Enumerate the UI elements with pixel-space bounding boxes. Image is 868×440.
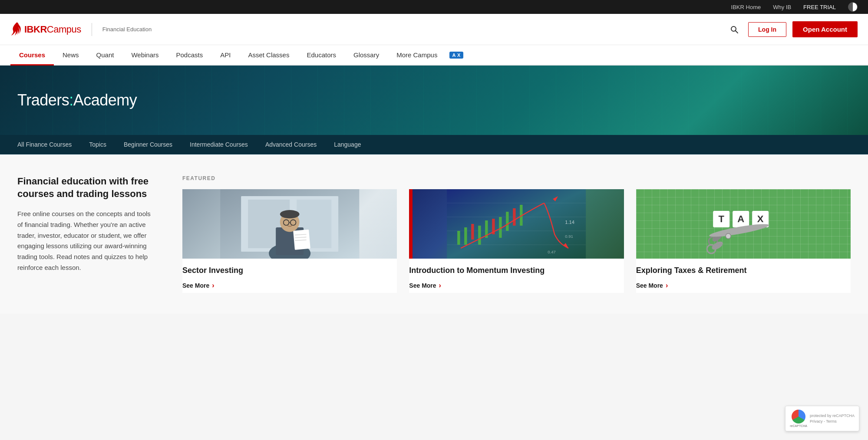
theme-toggle-button[interactable] xyxy=(848,2,858,12)
svg-text:T: T xyxy=(718,213,724,224)
svg-rect-14 xyxy=(293,230,310,250)
intro-body: Free online courses on the concepts and … xyxy=(17,209,156,273)
card-body-momentum: Introduction to Momentum Investing See M… xyxy=(409,259,624,293)
main-navigation: Courses News Quant Webinars Podcasts API… xyxy=(0,45,868,66)
subnav-advanced-courses[interactable]: Advanced Courses xyxy=(257,135,325,154)
nav-item-podcasts[interactable]: Podcasts xyxy=(168,45,212,65)
intro-column: Financial education with free courses an… xyxy=(17,175,156,293)
course-card-sector-investing[interactable]: Sector Investing See More › xyxy=(182,189,397,293)
why-ib-link[interactable]: Why IB xyxy=(773,4,791,10)
svg-rect-30 xyxy=(506,212,508,231)
logo-area: IBKRCampus Financial Education xyxy=(10,22,726,37)
svg-point-10 xyxy=(280,210,300,218)
tax-scissors-image: T A X xyxy=(636,189,851,259)
svg-rect-24 xyxy=(464,227,467,245)
featured-label: FEATURED xyxy=(182,175,851,181)
svg-rect-26 xyxy=(478,226,481,245)
card-image-momentum: 1.14 0.91 0.47 xyxy=(409,189,624,259)
main-content: Financial education with free courses an… xyxy=(0,154,868,314)
hero-title-separator: : xyxy=(69,91,73,109)
courses-subnav: All Finance Courses Topics Beginner Cour… xyxy=(0,135,868,154)
ibkr-home-link[interactable]: IBKR Home xyxy=(731,4,761,10)
svg-text:X: X xyxy=(757,213,763,224)
intro-headline: Financial education with free courses an… xyxy=(17,175,156,200)
hero-banner: Traders:Academy xyxy=(0,66,868,135)
hero-title-bold: Traders xyxy=(17,91,69,109)
subnav-beginner-courses[interactable]: Beginner Courses xyxy=(115,135,181,154)
open-account-button[interactable]: Open Account xyxy=(792,21,858,37)
ibkr-logo[interactable]: IBKRCampus xyxy=(10,22,81,37)
momentum-investing-see-more[interactable]: See More › xyxy=(409,282,624,289)
svg-rect-23 xyxy=(457,231,460,245)
chevron-right-icon: › xyxy=(439,282,441,289)
card-body-sector: Sector Investing See More › xyxy=(182,259,397,293)
taxes-retirement-see-more[interactable]: See More › xyxy=(636,282,851,289)
sector-investing-image xyxy=(182,189,397,259)
login-button[interactable]: Log In xyxy=(748,22,786,37)
svg-line-1 xyxy=(736,30,738,33)
featured-cards: Sector Investing See More › xyxy=(182,189,851,293)
card-image-sector xyxy=(182,189,397,259)
subnav-all-finance-courses[interactable]: All Finance Courses xyxy=(17,135,80,154)
nav-item-more-campus[interactable]: More Campus xyxy=(388,45,446,65)
logo-divider xyxy=(92,23,92,36)
nav-item-courses[interactable]: Courses xyxy=(10,45,54,65)
nav-item-quant[interactable]: Quant xyxy=(88,45,123,65)
nav-item-news[interactable]: News xyxy=(54,45,88,65)
nav-item-api[interactable]: API xyxy=(211,45,239,65)
search-button[interactable] xyxy=(726,22,742,37)
nav-item-educators[interactable]: Educators xyxy=(298,45,345,65)
subnav-language[interactable]: Language xyxy=(325,135,370,154)
site-header: IBKRCampus Financial Education Log In Op… xyxy=(0,14,868,45)
svg-text:0.91: 0.91 xyxy=(565,234,573,239)
card-image-taxes: T A X xyxy=(636,189,851,259)
svg-point-47 xyxy=(726,233,731,239)
search-icon xyxy=(730,25,739,34)
nav-item-webinars[interactable]: Webinars xyxy=(122,45,167,65)
taxes-retirement-title: Exploring Taxes & Retirement xyxy=(636,266,851,276)
course-card-momentum[interactable]: 1.14 0.91 0.47 Introduction to Momentum … xyxy=(409,189,624,293)
header-actions: Log In Open Account xyxy=(726,21,858,37)
svg-text:1.14: 1.14 xyxy=(565,220,574,225)
free-trial-link[interactable]: FREE TRIAL xyxy=(803,4,836,10)
subnav-topics[interactable]: Topics xyxy=(80,135,115,154)
course-card-taxes[interactable]: T A X xyxy=(636,189,851,293)
chevron-right-icon: › xyxy=(212,282,214,289)
tax-scissors-area: T A X xyxy=(636,189,851,259)
nav-item-asset-classes[interactable]: Asset Classes xyxy=(239,45,298,65)
top-utility-bar: IBKR Home Why IB FREE TRIAL xyxy=(0,0,868,14)
momentum-investing-image: 1.14 0.91 0.47 xyxy=(409,189,624,259)
chevron-right-icon: › xyxy=(666,282,668,289)
momentum-investing-title: Introduction to Momentum Investing xyxy=(409,266,624,276)
svg-rect-31 xyxy=(513,208,515,226)
language-badge[interactable]: A X xyxy=(449,52,463,59)
card-body-taxes: Exploring Taxes & Retirement See More › xyxy=(636,259,851,293)
svg-text:A: A xyxy=(737,213,744,224)
sector-investing-see-more[interactable]: See More › xyxy=(182,282,397,289)
hero-title-light: Academy xyxy=(73,91,137,109)
sector-investing-title: Sector Investing xyxy=(182,266,397,276)
svg-text:0.47: 0.47 xyxy=(548,250,556,254)
subnav-intermediate-courses[interactable]: Intermediate Courses xyxy=(181,135,257,154)
nav-item-glossary[interactable]: Glossary xyxy=(345,45,388,65)
financial-education-label: Financial Education xyxy=(102,26,152,33)
ibkr-text: IBKRCampus xyxy=(24,24,81,35)
featured-section: FEATURED xyxy=(182,175,851,293)
flame-icon xyxy=(10,22,23,37)
red-accent-tag xyxy=(409,189,413,259)
svg-rect-25 xyxy=(471,224,474,240)
hero-title: Traders:Academy xyxy=(17,91,137,109)
